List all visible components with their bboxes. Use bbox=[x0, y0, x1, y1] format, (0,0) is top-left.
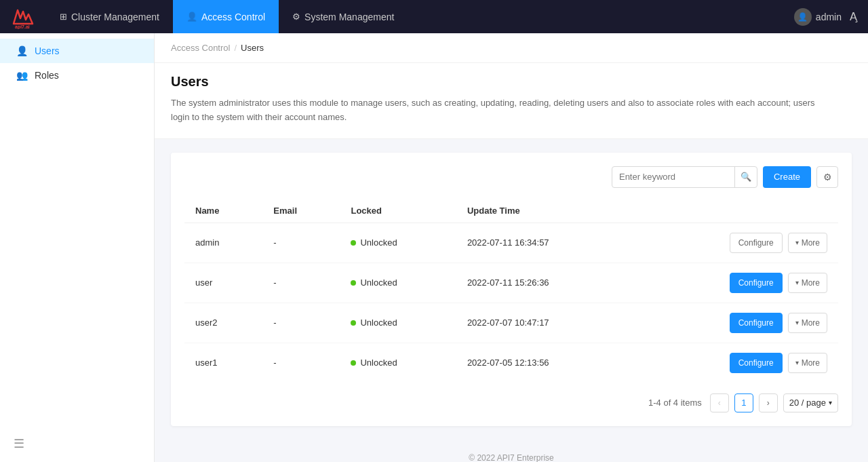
cell-locked: Unlocked bbox=[340, 263, 456, 303]
status-dot bbox=[351, 240, 356, 246]
more-button[interactable]: ▾ More bbox=[788, 273, 827, 293]
chevron-icon: ▾ bbox=[795, 279, 799, 286]
users-label: Users bbox=[35, 45, 60, 56]
sidebar-item-users[interactable]: 👤 Users bbox=[0, 39, 154, 63]
tab-system[interactable]: ⚙ System Management bbox=[279, 0, 408, 33]
configure-button[interactable]: Configure bbox=[730, 313, 783, 333]
search-icon: 🔍 bbox=[741, 172, 751, 182]
configure-button[interactable]: Configure bbox=[730, 273, 783, 293]
cell-actions: Configure ▾ More bbox=[633, 223, 838, 263]
more-label: More bbox=[802, 238, 820, 248]
chevron-icon: ▾ bbox=[795, 319, 799, 326]
cell-locked: Unlocked bbox=[340, 303, 456, 343]
configure-button[interactable]: Configure bbox=[730, 233, 783, 253]
cell-email: - bbox=[262, 303, 340, 343]
admin-label: admin bbox=[816, 12, 842, 22]
table-row: admin - Unlocked 2022-07-11 16:34:57 Con… bbox=[184, 223, 838, 263]
cell-email: - bbox=[262, 223, 340, 263]
cell-update-time: 2022-07-07 10:47:17 bbox=[456, 303, 633, 343]
cell-update-time: 2022-07-11 16:34:57 bbox=[456, 223, 633, 263]
cell-locked: Unlocked bbox=[340, 223, 456, 263]
cell-actions: Configure ▾ More bbox=[633, 343, 838, 383]
more-button[interactable]: ▾ More bbox=[788, 233, 827, 253]
configure-button[interactable]: Configure bbox=[730, 353, 783, 373]
search-input[interactable] bbox=[612, 172, 734, 182]
table-row: user1 - Unlocked 2022-07-05 12:13:56 Con… bbox=[184, 343, 838, 383]
breadcrumb-parent[interactable]: Access Control bbox=[171, 43, 230, 53]
nav-tabs: ⊞ Cluster Management 👤 Access Control ⚙ … bbox=[46, 0, 408, 33]
system-label: System Management bbox=[304, 12, 394, 22]
per-page-selector[interactable]: 20 / page ▾ bbox=[783, 393, 838, 412]
topnav: api7.ai ⊞ Cluster Management 👤 Access Co… bbox=[0, 0, 868, 33]
sidebar: 👤 Users 👥 Roles ☰ bbox=[0, 33, 155, 462]
cell-update-time: 2022-07-05 12:13:56 bbox=[456, 343, 633, 383]
next-page-button[interactable]: › bbox=[759, 393, 778, 412]
main-content: Access Control / Users Users The system … bbox=[155, 33, 868, 462]
chevron-down-icon: ▾ bbox=[829, 399, 832, 406]
sidebar-item-roles[interactable]: 👥 Roles bbox=[0, 63, 154, 88]
roles-label: Roles bbox=[35, 70, 59, 81]
status-dot bbox=[351, 320, 356, 326]
cell-name: admin bbox=[184, 223, 262, 263]
footer: © 2022 API7 Enterprise bbox=[155, 442, 868, 462]
cell-locked: Unlocked bbox=[340, 343, 456, 383]
chevron-icon: ▾ bbox=[795, 239, 799, 246]
col-locked: Locked bbox=[340, 199, 456, 223]
chevron-icon: ▾ bbox=[795, 359, 799, 366]
avatar: 👤 bbox=[794, 8, 812, 26]
col-name: Name bbox=[184, 199, 262, 223]
search-button[interactable]: 🔍 bbox=[734, 166, 757, 188]
system-icon: ⚙ bbox=[292, 12, 300, 22]
pagination-info: 1-4 of 4 items bbox=[648, 398, 702, 408]
col-email: Email bbox=[262, 199, 340, 223]
logo[interactable]: api7.ai bbox=[11, 5, 35, 29]
more-button[interactable]: ▾ More bbox=[788, 353, 827, 373]
status-text: Unlocked bbox=[360, 358, 397, 368]
access-icon: 👤 bbox=[186, 12, 197, 22]
cell-actions: Configure ▾ More bbox=[633, 263, 838, 303]
status-dot bbox=[351, 360, 356, 366]
more-label: More bbox=[802, 278, 820, 288]
more-button[interactable]: ▾ More bbox=[788, 313, 827, 333]
table-row: user - Unlocked 2022-07-11 15:26:36 Conf… bbox=[184, 263, 838, 303]
status-dot bbox=[351, 280, 356, 286]
status-text: Unlocked bbox=[360, 277, 397, 288]
roles-icon: 👥 bbox=[16, 70, 28, 81]
breadcrumb-current: Users bbox=[241, 43, 264, 53]
access-label: Access Control bbox=[201, 12, 265, 22]
users-table: Name Email Locked Update Time admin - Un… bbox=[184, 199, 838, 383]
logo-icon: api7.ai bbox=[11, 5, 35, 29]
prev-page-button[interactable]: ‹ bbox=[710, 393, 729, 412]
table-container: 🔍 Create ⚙ Name Email Locked Update Time bbox=[171, 153, 852, 426]
pagination: 1-4 of 4 items ‹ 1 › 20 / page ▾ bbox=[184, 393, 838, 412]
cell-email: - bbox=[262, 343, 340, 383]
language-icon[interactable]: A̧ bbox=[850, 10, 857, 23]
settings-button[interactable]: ⚙ bbox=[816, 166, 838, 188]
page-description: The system administrator uses this modul… bbox=[171, 96, 835, 125]
admin-user[interactable]: 👤 admin bbox=[794, 8, 842, 26]
table-area: 🔍 Create ⚙ Name Email Locked Update Time bbox=[155, 139, 868, 442]
sidebar-collapse[interactable]: ☰ bbox=[14, 436, 24, 451]
nav-right: 👤 admin A̧ bbox=[794, 8, 857, 26]
breadcrumb: Access Control / Users bbox=[155, 33, 868, 63]
tab-access[interactable]: 👤 Access Control bbox=[173, 0, 279, 33]
create-button[interactable]: Create bbox=[763, 166, 811, 188]
layout: 👤 Users 👥 Roles ☰ Access Control / Users… bbox=[0, 33, 868, 462]
page-title: Users bbox=[171, 74, 852, 90]
col-update-time: Update Time bbox=[456, 199, 633, 223]
tab-cluster[interactable]: ⊞ Cluster Management bbox=[46, 0, 173, 33]
status-text: Unlocked bbox=[360, 317, 397, 328]
status-text: Unlocked bbox=[360, 237, 397, 248]
svg-text:api7.ai: api7.ai bbox=[15, 24, 30, 29]
cell-name: user bbox=[184, 263, 262, 303]
more-label: More bbox=[802, 318, 820, 328]
cell-update-time: 2022-07-11 15:26:36 bbox=[456, 263, 633, 303]
footer-text: © 2022 API7 Enterprise bbox=[469, 453, 554, 462]
users-icon: 👤 bbox=[16, 45, 28, 56]
page-1-button[interactable]: 1 bbox=[734, 393, 753, 412]
breadcrumb-separator: / bbox=[234, 43, 237, 53]
search-box: 🔍 bbox=[612, 166, 757, 188]
cell-actions: Configure ▾ More bbox=[633, 303, 838, 343]
cluster-icon: ⊞ bbox=[60, 12, 67, 22]
more-label: More bbox=[802, 358, 820, 368]
